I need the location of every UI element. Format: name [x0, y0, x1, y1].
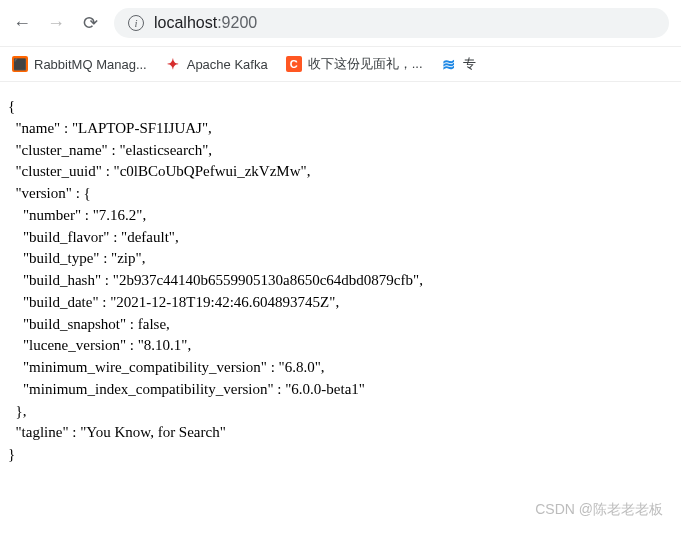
- json-build-hash: 2b937c44140b6559905130a8650c64dbd0879cfb: [119, 272, 413, 288]
- bookmark-label: Apache Kafka: [187, 57, 268, 72]
- rabbitmq-icon: ⬛: [12, 56, 28, 72]
- c-icon: C: [286, 56, 302, 72]
- json-version-number: 7.16.2: [99, 207, 137, 223]
- address-bar[interactable]: i localhost:9200: [114, 8, 669, 38]
- json-build-type: zip: [117, 250, 135, 266]
- info-icon[interactable]: i: [128, 15, 144, 31]
- bookmark-more[interactable]: ≋ 专: [441, 55, 476, 73]
- bookmark-kafka[interactable]: ✦ Apache Kafka: [165, 56, 268, 72]
- layers-icon: ≋: [441, 56, 457, 72]
- json-cluster-uuid: c0lBCoUbQPefwui_zkVzMw: [120, 163, 301, 179]
- json-min-wire: 6.8.0: [285, 359, 315, 375]
- bookmark-label: 收下这份见面礼，...: [308, 55, 423, 73]
- url-port: :9200: [217, 14, 257, 31]
- bookmark-rabbitmq[interactable]: ⬛ RabbitMQ Manag...: [12, 56, 147, 72]
- bookmarks-bar: ⬛ RabbitMQ Manag... ✦ Apache Kafka C 收下这…: [0, 47, 681, 82]
- json-min-index: 6.0.0-beta1: [291, 381, 358, 397]
- bookmark-gift[interactable]: C 收下这份见面礼，...: [286, 55, 423, 73]
- json-cluster-name: elasticsearch: [126, 142, 203, 158]
- kafka-icon: ✦: [165, 56, 181, 72]
- json-build-snapshot: false: [138, 316, 166, 332]
- browser-nav-bar: ← → ⟳ i localhost:9200: [0, 0, 681, 47]
- url-host: localhost: [154, 14, 217, 31]
- response-body: { "name" : "LAPTOP-SF1IJUAJ", "cluster_n…: [0, 82, 681, 480]
- bookmark-label: 专: [463, 55, 476, 73]
- bookmark-label: RabbitMQ Manag...: [34, 57, 147, 72]
- json-lucene-version: 8.10.1: [144, 337, 182, 353]
- watermark: CSDN @陈老老老板: [535, 501, 663, 519]
- json-build-date: 2021-12-18T19:42:46.604893745Z: [116, 294, 329, 310]
- forward-button[interactable]: →: [46, 13, 66, 34]
- url-text: localhost:9200: [154, 14, 257, 32]
- json-name: LAPTOP-SF1IJUAJ: [78, 120, 202, 136]
- back-button[interactable]: ←: [12, 13, 32, 34]
- json-build-flavor: default: [127, 229, 169, 245]
- json-tagline: You Know, for Search: [86, 424, 219, 440]
- reload-button[interactable]: ⟳: [80, 12, 100, 34]
